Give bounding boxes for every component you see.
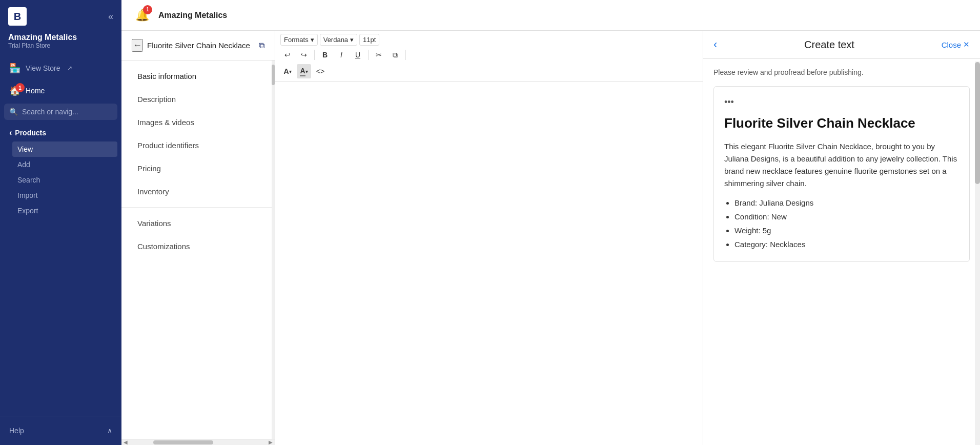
editor-container: ← Fluorite Silver Chain Necklace ⧉ Basic…	[121, 31, 980, 445]
vertical-scrollbar-thumb	[272, 65, 275, 85]
horizontal-scrollbar[interactable]: ◀ ▶	[121, 439, 275, 445]
editor-panel: Formats ▾ Verdana ▾ 11pt ↩ ↪ B	[275, 31, 703, 445]
back-button[interactable]: ←	[132, 39, 143, 52]
close-button[interactable]: Close ✕	[942, 40, 970, 49]
product-title-breadcrumb: Fluorite Silver Chain Necklace	[147, 41, 255, 50]
sidebar-help-item[interactable]: Help ∧	[4, 422, 117, 439]
panel-vertical-scrollbar[interactable]	[975, 62, 980, 445]
code-button[interactable]: <>	[313, 64, 328, 78]
toolbar-sep-1	[314, 50, 315, 60]
section-nav-variations[interactable]: Variations	[121, 212, 275, 235]
store-info: Amazing Metalics Trial Plan Store	[0, 33, 121, 57]
formats-dropdown[interactable]: Formats ▾	[280, 34, 318, 46]
font-color-dropdown: ▾	[289, 69, 292, 74]
section-nav-description[interactable]: Description	[121, 88, 275, 111]
products-header[interactable]: ‹ Products	[4, 124, 117, 141]
proofreading-notice: Please review and proofread before publi…	[713, 67, 970, 78]
sidebar-item-view-store[interactable]: 🏪 View Store ↗	[4, 57, 117, 79]
products-chevron: ‹	[9, 128, 12, 137]
search-nav-item[interactable]: 🔍 Search or navig...	[4, 104, 117, 120]
toolbar-row-1: Formats ▾ Verdana ▾ 11pt	[280, 34, 698, 46]
section-nav-scroll[interactable]: Basic information Description Images & v…	[121, 60, 275, 439]
sidebar-item-products-import[interactable]: Import	[12, 188, 117, 203]
help-chevron: ∧	[107, 427, 112, 435]
panel-vertical-scrollbar-thumb	[975, 62, 980, 185]
create-text-header: ‹ Create text Close ✕	[703, 31, 980, 59]
list-item: Condition: New	[734, 210, 959, 224]
create-text-panel: ‹ Create text Close ✕ Please review and …	[703, 31, 980, 445]
section-nav-inventory[interactable]: Inventory	[121, 180, 275, 203]
formats-label: Formats	[284, 36, 309, 44]
sidebar-item-products-search[interactable]: Search	[12, 172, 117, 188]
home-label: Home	[26, 87, 45, 95]
section-nav-images-videos[interactable]: Images & videos	[121, 111, 275, 134]
section-nav: ← Fluorite Silver Chain Necklace ⧉ Basic…	[121, 31, 275, 445]
section-nav-basic-info[interactable]: Basic information	[121, 65, 275, 88]
sidebar-header: B «	[0, 0, 121, 33]
formats-chevron: ▾	[311, 36, 314, 44]
redo-button[interactable]: ↪	[297, 48, 311, 62]
create-text-body[interactable]: Please review and proofread before publi…	[703, 59, 980, 445]
search-placeholder: Search or navig...	[22, 108, 78, 116]
sidebar-item-home[interactable]: 🏠 1 Home	[4, 80, 117, 102]
sidebar-collapse-button[interactable]: «	[108, 11, 113, 22]
close-label: Close	[942, 41, 961, 49]
products-label: Products	[15, 129, 46, 137]
highlight-dropdown: ▾	[305, 69, 308, 74]
editor-body[interactable]	[275, 82, 703, 445]
horizontal-scrollbar-thumb	[153, 440, 213, 444]
section-nav-pricing[interactable]: Pricing	[121, 157, 275, 180]
editor-toolbar: Formats ▾ Verdana ▾ 11pt ↩ ↪ B	[275, 31, 703, 82]
sidebar-bottom: Help ∧	[0, 416, 121, 445]
list-item: Weight: 5g	[734, 224, 959, 237]
sidebar-logo: B	[8, 7, 27, 26]
view-store-label: View Store	[26, 64, 60, 72]
scroll-right-arrow[interactable]: ▶	[269, 439, 273, 445]
bold-button[interactable]: B	[318, 48, 332, 62]
sidebar-item-products-export[interactable]: Export	[12, 203, 117, 218]
font-dropdown[interactable]: Verdana ▾	[320, 34, 357, 46]
sidebar-nav: 🏪 View Store ↗ 🏠 1 Home 🔍 Search or navi…	[0, 57, 121, 416]
font-color-button[interactable]: A ▾	[280, 64, 295, 78]
highlight-button[interactable]: A ▾	[297, 64, 311, 78]
external-icon: ↗	[67, 65, 72, 72]
main-area: 🔔 1 Amazing Metalics ← Fluorite Silver C…	[121, 0, 980, 445]
notification-badge: 1	[143, 5, 152, 14]
font-chevron: ▾	[350, 36, 354, 44]
preview-card: ••• Fluorite Silver Chain Necklace This …	[713, 86, 970, 262]
italic-button[interactable]: I	[334, 48, 349, 62]
toolbar-row-3: A ▾ A ▾ <>	[280, 64, 698, 78]
product-breadcrumb: ← Fluorite Silver Chain Necklace ⧉	[121, 31, 275, 60]
section-nav-customizations[interactable]: Customizations	[121, 235, 275, 258]
preview-list: Brand: Juliana Designs Condition: New We…	[724, 196, 959, 251]
font-size-dropdown[interactable]: 11pt	[359, 34, 379, 46]
store-name: Amazing Metalics	[8, 33, 113, 42]
section-nav-product-identifiers[interactable]: Product identifiers	[121, 134, 275, 157]
close-icon: ✕	[963, 40, 970, 49]
toolbar-sep-2	[368, 50, 369, 60]
undo-button[interactable]: ↩	[280, 48, 295, 62]
preview-body-text: This elegant Fluorite Silver Chain Neckl…	[724, 140, 959, 190]
panel-back-button[interactable]: ‹	[713, 38, 717, 51]
list-item: Brand: Juliana Designs	[734, 196, 959, 210]
help-label: Help	[9, 427, 24, 435]
copy-button[interactable]: ⧉	[388, 48, 402, 62]
topbar-store-name: Amazing Metalics	[158, 11, 227, 20]
notification-bell[interactable]: 🔔 1	[132, 5, 152, 26]
font-size-label: 11pt	[363, 36, 376, 44]
store-icon: 🏪	[9, 63, 21, 74]
toolbar-row-2: ↩ ↪ B I U ✂ ⧉	[280, 48, 698, 62]
list-item: Category: Necklaces	[734, 237, 959, 251]
scissors-button[interactable]: ✂	[372, 48, 386, 62]
store-plan: Trial Plan Store	[8, 42, 113, 49]
products-sub-nav: View Add Search Import Export	[4, 141, 117, 218]
vertical-scrollbar[interactable]	[272, 60, 275, 439]
scroll-left-arrow[interactable]: ◀	[124, 439, 128, 445]
sidebar: B « Amazing Metalics Trial Plan Store 🏪 …	[0, 0, 121, 445]
sidebar-item-products-view[interactable]: View	[12, 141, 117, 157]
preview-menu-icon[interactable]: •••	[724, 97, 959, 108]
create-text-title: Create text	[717, 39, 941, 51]
underline-button[interactable]: U	[351, 48, 365, 62]
external-link-icon[interactable]: ⧉	[259, 41, 264, 50]
sidebar-item-products-add[interactable]: Add	[12, 157, 117, 172]
